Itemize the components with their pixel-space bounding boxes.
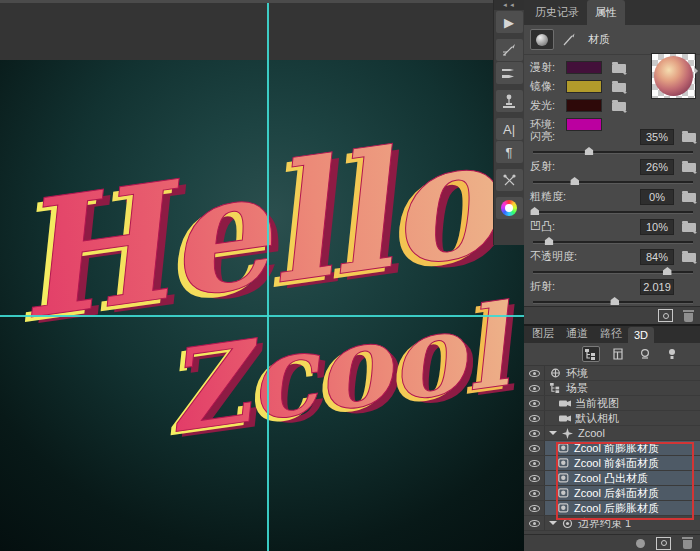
collapse-arrows-icon: ◄◄ — [502, 2, 516, 8]
eye-icon — [529, 490, 540, 497]
tree-row-label: Zcool 凸出材质 — [574, 471, 648, 486]
character-panel-button[interactable]: A| — [496, 118, 523, 140]
color-themes-panel-button[interactable] — [496, 197, 523, 219]
constraint-icon — [561, 517, 574, 529]
paragraph-panel-button[interactable]: ¶ — [496, 141, 523, 163]
vertical-guide[interactable] — [267, 3, 269, 551]
render-button[interactable] — [656, 537, 671, 550]
right-panel-group: 历史记录 属性 材质 漫射: 镜像: — [524, 0, 700, 551]
opacity-slider-thumb[interactable] — [663, 267, 672, 275]
eye-icon — [529, 475, 540, 482]
actions-panel-button[interactable]: ▶ — [496, 11, 523, 33]
shine-slider-thumb[interactable] — [585, 147, 594, 155]
reflection-slider-thumb[interactable] — [570, 177, 579, 185]
roughness-folder-icon[interactable] — [682, 193, 696, 202]
refraction-slider-thumb[interactable] — [610, 297, 619, 305]
visibility-cell[interactable] — [524, 441, 545, 455]
roughness-slider-thumb[interactable] — [530, 207, 539, 215]
diffuse-color-swatch[interactable] — [566, 61, 602, 74]
material-icon — [557, 472, 570, 484]
tab-channels[interactable]: 通道 — [560, 324, 594, 343]
visibility-cell[interactable] — [524, 366, 545, 380]
tree-row-back-inflation-material[interactable]: Zcool 后膨胀材质 — [524, 501, 700, 516]
filter-lights-button[interactable] — [663, 346, 681, 362]
reflection-folder-icon[interactable] — [682, 163, 696, 172]
panel-dock-strip: ◄◄ ▶ A| ¶ — [493, 0, 524, 245]
bump-folder-icon[interactable] — [682, 223, 696, 232]
tab-properties[interactable]: 属性 — [587, 0, 625, 25]
roughness-slider-track[interactable] — [533, 211, 693, 214]
tree-row-environment[interactable]: 环境 — [524, 366, 700, 381]
visibility-cell[interactable] — [524, 396, 545, 410]
roughness-value[interactable]: 0% — [640, 189, 674, 205]
reflection-value[interactable]: 26% — [640, 159, 674, 175]
horizontal-guide[interactable] — [0, 315, 524, 317]
render-icon — [661, 540, 667, 546]
tree-row-zcool-mesh[interactable]: Zcool — [524, 426, 700, 441]
diffuse-texture-folder-icon[interactable] — [612, 64, 626, 73]
visibility-cell[interactable] — [524, 411, 545, 425]
bump-slider-thumb[interactable] — [545, 237, 554, 245]
visibility-cell[interactable] — [524, 426, 545, 440]
visibility-cell[interactable] — [524, 501, 545, 515]
specular-texture-folder-icon[interactable] — [612, 83, 626, 92]
expander-triangle-icon[interactable] — [549, 431, 557, 439]
tab-3d[interactable]: 3D — [628, 327, 654, 343]
3d-filter-bar — [524, 343, 700, 366]
opacity-label: 不透明度: — [530, 249, 640, 264]
visibility-cell[interactable] — [524, 381, 545, 395]
tab-layers[interactable]: 图层 — [526, 324, 560, 343]
brush-presets-panel-button[interactable] — [496, 39, 523, 61]
dock-collapse-button[interactable]: ◄◄ — [494, 0, 524, 10]
visibility-cell[interactable] — [524, 471, 545, 485]
new-light-icon[interactable] — [636, 539, 645, 548]
reflection-slider-track[interactable] — [533, 181, 693, 184]
paint-brush-icon[interactable] — [560, 32, 576, 48]
document-canvas-area[interactable]: Hello Hello Hello Zcool Zcool Zcool — [0, 0, 524, 551]
expander-triangle-icon[interactable] — [549, 521, 557, 529]
tool-presets-panel-button[interactable] — [496, 169, 523, 191]
brushes-panel-button[interactable] — [496, 62, 523, 84]
opacity-folder-icon[interactable] — [682, 253, 696, 262]
material-picker-arrow-icon[interactable] — [695, 68, 700, 74]
material-preview[interactable] — [651, 53, 696, 99]
visibility-cell[interactable] — [524, 516, 545, 530]
tree-row-extrusion-material[interactable]: Zcool 凸出材质 — [524, 471, 700, 486]
material-filter-button[interactable] — [530, 29, 554, 50]
illumination-color-swatch[interactable] — [566, 99, 602, 112]
visibility-cell[interactable] — [524, 486, 545, 500]
tree-row-back-bevel-material[interactable]: Zcool 后斜面材质 — [524, 486, 700, 501]
brushes-icon — [501, 66, 517, 80]
3d-text-render: Hello Hello Hello Zcool Zcool Zcool — [0, 0, 524, 551]
photoshop-window: Hello Hello Hello Zcool Zcool Zcool ◄◄ ▶ — [0, 0, 700, 551]
shine-value[interactable]: 35% — [640, 129, 674, 145]
tree-row-front-bevel-material[interactable]: Zcool 前斜面材质 — [524, 456, 700, 471]
tab-history[interactable]: 历史记录 — [527, 0, 587, 25]
shine-slider-track[interactable] — [533, 151, 693, 154]
tree-row-current-view[interactable]: 当前视图 — [524, 396, 700, 411]
render-button[interactable] — [658, 309, 673, 322]
bump-value[interactable]: 10% — [640, 219, 674, 235]
illumination-texture-folder-icon[interactable] — [612, 102, 626, 111]
filter-whole-scene-button[interactable] — [582, 346, 600, 362]
tree-row-default-camera[interactable]: 默认相机 — [524, 411, 700, 426]
visibility-cell[interactable] — [524, 456, 545, 470]
opacity-value[interactable]: 84% — [640, 249, 674, 265]
filter-materials-button[interactable] — [636, 346, 654, 362]
refraction-slider-track[interactable] — [533, 301, 693, 304]
filter-meshes-button[interactable] — [609, 346, 627, 362]
clone-source-panel-button[interactable] — [496, 90, 523, 112]
refraction-value[interactable]: 2.019 — [640, 279, 674, 295]
material-icon — [557, 487, 570, 499]
tree-row-boundary-constraint[interactable]: 边界约束 1 — [524, 516, 700, 531]
opacity-slider-track[interactable] — [533, 271, 693, 274]
tab-paths[interactable]: 路径 — [594, 324, 628, 343]
specular-color-swatch[interactable] — [566, 80, 602, 93]
delete-icon[interactable] — [682, 537, 693, 549]
delete-icon[interactable] — [683, 310, 694, 322]
shine-slider-row: 闪亮: 35% — [524, 126, 700, 156]
tree-row-scene[interactable]: 场景 — [524, 381, 700, 396]
bump-slider-track[interactable] — [533, 241, 693, 244]
shine-folder-icon[interactable] — [682, 133, 696, 142]
tree-row-front-inflation-material[interactable]: Zcool 前膨胀材质 — [524, 441, 700, 456]
